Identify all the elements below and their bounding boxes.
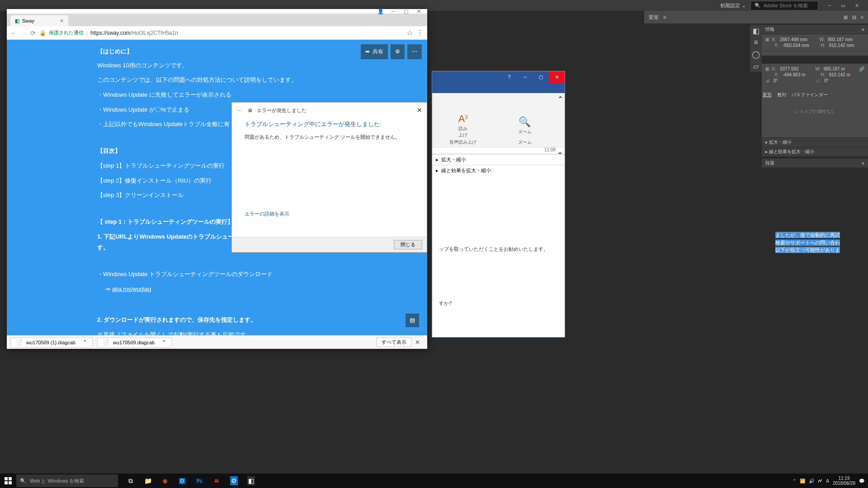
tray-chevron-icon[interactable]: ⌃ bbox=[793, 479, 796, 483]
download-item[interactable]: 📄wu170509 (1).diagcab⌃ bbox=[10, 338, 93, 347]
chrome-close-button[interactable]: ✕ bbox=[412, 9, 425, 14]
adobe-close-button[interactable]: ✕ bbox=[850, 1, 863, 10]
action-center-icon[interactable]: 💬 bbox=[859, 479, 864, 483]
word-maximize-button[interactable]: ▢ bbox=[533, 71, 549, 83]
align-icon[interactable]: ≡ bbox=[663, 14, 666, 20]
timestamp: 11:08 bbox=[544, 147, 556, 152]
file-icon: 📄 bbox=[103, 339, 109, 345]
volume-icon[interactable]: 🔊 bbox=[809, 479, 814, 483]
read-aloud-button[interactable]: A)) 読み 上げ bbox=[432, 112, 494, 139]
ime-indicator[interactable]: A bbox=[826, 479, 829, 483]
collapsible-1[interactable]: 拡大・縮小 bbox=[441, 156, 466, 163]
align-tab[interactable]: 整列 bbox=[777, 92, 786, 98]
expand-toggle[interactable]: 拡大・縮小 bbox=[769, 140, 792, 145]
wifi-icon[interactable]: 📶 bbox=[800, 479, 805, 483]
adobe-stock-search[interactable]: 🔍Adobe Stock を検索 bbox=[750, 1, 818, 10]
p3b: す。 bbox=[97, 244, 109, 251]
reload-button[interactable]: ⟳ bbox=[30, 29, 36, 37]
brush-tool-icon[interactable]: ◯ bbox=[750, 48, 762, 60]
outlook-icon[interactable]: O bbox=[174, 474, 190, 488]
collapsible-2[interactable]: 線と効果を拡大・縮小 bbox=[441, 167, 491, 174]
settings-icon[interactable]: ⚙ bbox=[226, 474, 242, 488]
chevron-down-icon: ⌄ bbox=[742, 3, 746, 9]
shape-tool-icon[interactable]: ▱ bbox=[750, 60, 762, 72]
x-value: 2887.498 mm bbox=[780, 37, 817, 42]
battery-icon[interactable]: 🗲 bbox=[818, 479, 822, 483]
line-effect-toggle[interactable]: 線と効果を拡大・縮小 bbox=[769, 149, 814, 154]
panel-menu-icon[interactable]: ≡ bbox=[862, 27, 864, 32]
error-body: 問題があるため、トラブルシューティング ツールを開始できません。 bbox=[245, 134, 414, 141]
adobe-restore-button[interactable]: ▭ bbox=[836, 1, 850, 10]
p2: このコンテンツでは、以下の問題への対処方法について説明をしています。 bbox=[97, 75, 341, 86]
p5: ※直接［ファイルを開く］で起動/実行する事も可能です。 bbox=[97, 329, 341, 335]
transform-tab[interactable]: 変形 bbox=[763, 92, 772, 98]
chevron-right-icon[interactable]: ▸ bbox=[436, 157, 439, 163]
show-error-detail-link[interactable]: エラーの詳細を表示 bbox=[245, 211, 414, 217]
sway-favicon: ◧ bbox=[15, 18, 19, 24]
wudiag-link[interactable]: aka.ms/wudiag bbox=[112, 286, 151, 292]
chrome-maximize-button[interactable]: ▢ bbox=[400, 9, 412, 14]
paragraph-panel[interactable]: 段落 bbox=[765, 160, 774, 166]
start-button[interactable] bbox=[0, 477, 16, 484]
adobe-minimize-button[interactable]: ─ bbox=[823, 1, 836, 10]
photoshop-icon[interactable]: Ps bbox=[191, 474, 208, 488]
chevron-down-icon[interactable]: ⌄ bbox=[557, 147, 563, 156]
browser-tab[interactable]: ◧ Sway ✕ bbox=[10, 15, 68, 26]
back-button[interactable]: ← bbox=[10, 29, 17, 37]
pathfinder-tab[interactable]: パスファインダー bbox=[792, 92, 828, 98]
download-item[interactable]: 📄wu170509.diagcab⌃ bbox=[97, 338, 172, 347]
text-tool-icon[interactable]: ≡ bbox=[750, 37, 762, 48]
back-button[interactable]: ← bbox=[236, 107, 243, 114]
chevron-up-icon[interactable]: ⌃ bbox=[162, 339, 166, 345]
chrome-icon[interactable]: ◉ bbox=[157, 474, 173, 488]
word-window: ? ─ ▢ ✕ A)) 読み 上げ 音声読み上げ 🔍 ズーム ズーム ⌃ 11:… bbox=[432, 71, 565, 338]
illustrator-icon[interactable]: Ai bbox=[208, 474, 225, 488]
sway-toc-button[interactable]: ▤ bbox=[406, 314, 419, 327]
control-panel-icon: 🖥 bbox=[247, 108, 252, 113]
svg-rect-2 bbox=[5, 481, 8, 484]
share-button[interactable]: ➦共有 bbox=[361, 44, 388, 59]
troubleshooter-dialog: ← 🖥 エラーが発生しました ✕ トラブルシューティング中にエラーが発生しました… bbox=[231, 102, 427, 253]
word-ribbon: A)) 読み 上げ 音声読み上げ 🔍 ズーム ズーム ⌃ bbox=[432, 93, 565, 147]
more-button[interactable]: ⋯ bbox=[407, 44, 422, 59]
adobe-toolbar: 変形 ≡ ⊞⊟≡ bbox=[644, 11, 868, 23]
tab-close-icon[interactable]: ✕ bbox=[60, 18, 64, 24]
word-minimize-button[interactable]: ─ bbox=[517, 71, 533, 83]
profile-icon[interactable]: 👤 bbox=[374, 9, 387, 14]
star-icon[interactable]: ☆ bbox=[406, 28, 413, 37]
close-downloads-bar[interactable]: ✕ bbox=[411, 339, 424, 346]
url-field[interactable]: 🔒 保護された通信 | https://sway.com/Hot3Lxj2CTt… bbox=[39, 29, 403, 36]
lock-icon: 🔒 bbox=[39, 30, 46, 36]
group-label-read: 音声読み上げ bbox=[432, 139, 494, 145]
chevron-right-icon[interactable]: ▸ bbox=[436, 168, 439, 174]
forward-button[interactable]: → bbox=[20, 29, 27, 37]
svg-rect-0 bbox=[5, 477, 8, 480]
word-close-button[interactable]: ✕ bbox=[549, 71, 565, 83]
anchor-icon[interactable]: ⊞ bbox=[765, 37, 769, 42]
word-titlebar: ? ─ ▢ ✕ bbox=[432, 71, 565, 93]
zoom-button[interactable]: 🔍 ズーム bbox=[494, 112, 556, 139]
dialog-title: エラーが発生しました bbox=[257, 107, 307, 114]
chrome-menu-icon[interactable]: ⋮ bbox=[416, 28, 424, 37]
close-button[interactable]: 閉じる bbox=[394, 240, 422, 249]
file-icon: 📄 bbox=[16, 339, 23, 345]
file-explorer-icon[interactable]: 📁 bbox=[140, 474, 156, 488]
anchor-icon[interactable]: ⊞ bbox=[765, 66, 769, 71]
chevron-up-icon[interactable]: ⌃ bbox=[83, 339, 87, 345]
taskbar-search[interactable]: 🔍Web と Windows を検索 bbox=[16, 474, 118, 487]
system-clock[interactable]: 11:19 2018/06/28 bbox=[833, 476, 855, 486]
link-icon[interactable]: 🔗 bbox=[859, 66, 864, 71]
preset-dropdown[interactable]: 初期設定⌄ bbox=[720, 2, 746, 9]
ribbon-collapse-icon[interactable]: ⌃ bbox=[556, 93, 565, 103]
show-all-downloads[interactable]: すべて表示 bbox=[377, 338, 411, 347]
word-help-button[interactable]: ? bbox=[501, 71, 517, 83]
color-tool-icon[interactable]: ◧ bbox=[750, 25, 762, 37]
svg-rect-3 bbox=[9, 481, 12, 484]
chrome-minimize-button[interactable]: ─ bbox=[387, 9, 400, 14]
close-icon[interactable]: ✕ bbox=[417, 107, 422, 114]
task-view-icon[interactable]: ⧉ bbox=[123, 474, 139, 488]
bullet-1: ・Windows Update に失敗してエラーが表示される bbox=[97, 89, 341, 101]
app-icon[interactable]: ◧ bbox=[243, 474, 259, 488]
settings-button[interactable]: ⚙ bbox=[391, 44, 405, 59]
tab-title: Sway bbox=[22, 18, 34, 23]
